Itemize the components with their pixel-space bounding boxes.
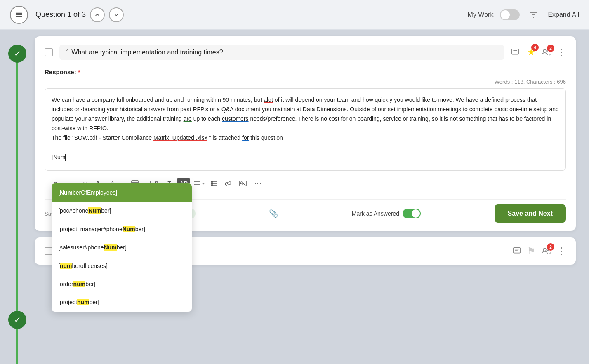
svg-rect-6 [512,49,519,54]
svg-point-31 [543,248,546,251]
q2-more-button[interactable]: ⋮ [557,246,566,256]
users-button[interactable]: 2 [541,48,551,57]
expand-all-button[interactable]: Expand All [548,11,579,19]
autocomplete-item-2[interactable]: [project_manager#phoneNumber] [52,220,192,238]
svg-point-24 [212,183,213,184]
content-area: 1.What are typical implementation and tr… [35,36,582,357]
q2-users-button[interactable]: 2 [541,247,551,256]
body-xlsx: .xlsx [194,134,207,141]
autocomplete-item-3[interactable]: [salesuser#phoneNumber] [52,238,192,256]
toolbar-link[interactable] [222,178,234,189]
q2-comment-button[interactable] [512,247,521,256]
toolbar-align[interactable] [192,181,207,186]
question-counter: Question 1 of 3 [35,10,86,19]
mark-answered-label: Mark as Answered [352,210,399,217]
autocomplete-highlight-1: Num [88,207,101,214]
body-text-5: up to each [192,115,222,122]
body-alot: alot [264,96,273,103]
required-indicator: * [78,68,80,75]
autocomplete-item-4[interactable]: [numberoflicenses] [52,257,192,275]
toolbar-more[interactable]: ··· [252,178,264,189]
response-content: We can have a company full onboarded and… [52,95,559,162]
body-line2-start: The file" SOW.pdf - Starter Compliance [52,134,153,141]
mark-answered-toggle[interactable] [403,209,421,218]
autocomplete-highlight-2: Num [123,226,135,232]
main-area: ✓ ✓ 1.What are typical implementation an… [0,30,589,364]
body-for: for [242,134,249,141]
toolbar-list[interactable] [210,181,219,186]
response-editor[interactable]: We can have a company full onboarded and… [45,88,566,171]
autocomplete-highlight-0: Num [60,189,73,196]
body-line2-end: this question [249,134,283,141]
svg-point-9 [543,49,546,52]
body-text-1: We can have a company full onboarded and… [52,96,264,103]
body-quote: " is attached [207,134,242,141]
attach-icon[interactable]: 📎 [269,209,278,218]
body-matrix: Matrix_Updated [153,134,194,141]
sidebar: ✓ ✓ [0,36,35,357]
question-actions: ★ 4 2 ⋮ [511,47,566,58]
question-header: 1.What are typical implementation and tr… [45,45,566,60]
body-text-3: or a Q&A document you maintain at Data D… [208,106,509,113]
toolbar-image[interactable] [237,178,249,189]
question1-card: 1.What are typical implementation and tr… [35,36,576,231]
top-bar-right: My Work Expand All [468,7,579,22]
menu-button[interactable] [10,6,28,24]
body-rfps: RFP's [193,106,208,113]
autocomplete-item-5[interactable]: [ordernumber] [52,275,192,293]
star-badge: 4 [531,44,539,51]
autocomplete-dropdown[interactable]: [NumberOfEmployees] [poc#phoneNumber] [p… [52,183,192,312]
autocomplete-item-1[interactable]: [poc#phoneNumber] [52,202,192,220]
users-badge: 2 [547,45,554,52]
autocomplete-highlight-3: Num [104,244,117,251]
flag-button[interactable]: ★ 4 [527,47,535,58]
autocomplete-item-6[interactable]: [projectnumber] [52,293,192,311]
save-next-button[interactable]: Save and Next [495,204,566,223]
my-work-label: My Work [468,11,494,19]
prev-question-button[interactable] [90,7,105,22]
next-question-button[interactable] [109,7,124,22]
body-customers: customers [222,115,249,122]
q2-users-badge: 2 [547,243,554,251]
more-options-button[interactable]: ⋮ [557,47,566,58]
autocomplete-highlight-5: num [73,281,86,287]
my-work-toggle[interactable] [500,9,520,20]
response-label: Response: * [45,68,566,75]
top-bar: Question 1 of 3 My Work Expand All [0,0,589,30]
autocomplete-item-0[interactable]: [NumberOfEmployees] [52,183,192,202]
q2-flag-button[interactable]: ⚑ [527,246,535,256]
question-nav: Question 1 of 3 [35,7,124,22]
scrollbar-area [582,36,589,357]
body-onetime: one-time [509,106,532,113]
question2-check: ✓ [8,311,26,329]
svg-point-23 [212,181,213,183]
autocomplete-highlight-4: num [60,263,72,269]
filter-icon[interactable] [526,7,541,22]
comment-button[interactable] [511,48,520,57]
question-text: 1.What are typical implementation and tr… [59,45,504,60]
svg-rect-28 [514,248,521,253]
body-are: are [184,115,192,122]
question2-actions: ⚑ 2 ⋮ [512,246,566,256]
mark-answered: Mark as Answered [352,209,421,218]
svg-point-25 [212,185,213,186]
autocomplete-highlight-6: num [77,299,90,305]
word-count: Words : 118, Characters : 696 [45,79,566,85]
question1-check: ✓ [8,45,26,63]
question-checkbox[interactable] [45,48,53,56]
cursor-text: [Num [52,154,66,160]
